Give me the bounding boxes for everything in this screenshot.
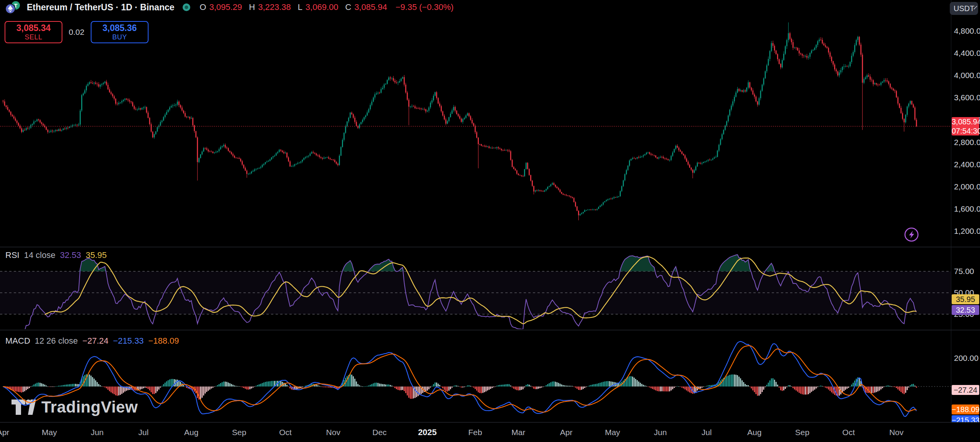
macd-params: 12 26 close [35,336,78,346]
currency-selector[interactable]: USDT [950,2,978,15]
price-axis-label: 3,200.00 [954,115,980,124]
separator-price-axis [951,0,951,442]
sell-button[interactable]: 3,085.34 SELL [5,21,62,43]
price-axis-label: 2,400.00 [954,160,980,169]
current-price-chip: 3,085.94 07:54:30 [952,117,979,135]
high-label: H [249,2,255,12]
macd-pane [3,341,951,416]
tradingview-watermark: TradingView [11,396,138,418]
chart-canvas [0,0,980,442]
rsi-axis-label: 25.00 [954,310,974,319]
time-axis-label: Jun [654,422,667,442]
price-axis-label: 1,200.00 [954,227,980,236]
time-axis-label: Jul [138,422,149,442]
macd-signal-line [3,346,916,412]
watermark-text: TradingView [41,398,138,416]
macd-line [3,341,916,416]
time-axis-label: Oct [279,422,292,442]
open-value: 3,095.29 [209,2,242,12]
candlestick-series [0,22,951,220]
macd-axis-label: 200.00 [954,354,978,363]
time-axis-label: Nov [889,422,903,442]
separator-main-rsi[interactable] [0,247,980,247]
market-status-icon[interactable] [182,3,191,11]
instant-trading-button[interactable] [903,227,920,243]
open-label: O [200,2,206,12]
rsi-overbought-cloud [24,254,916,271]
ohlc-values: O 3,095.29 H 3,223.38 L 3,069.00 C 3,085… [200,2,454,12]
change-value: −9.35 (−0.30%) [395,2,454,12]
price-axis-label: 4,400.00 [954,49,980,58]
symbol-header: T Ethereum / TetherUS · 1D · Binance O 3… [4,1,454,14]
buy-button[interactable]: 3,085.36 BUY [91,21,149,43]
high-value: 3,223.38 [258,2,291,12]
sell-label: SELL [24,33,42,41]
macd-hist-chip: −27.24 [952,385,979,395]
currency-value: USDT [954,4,974,13]
tradingview-logo-icon [11,396,36,418]
low-label: L [298,2,302,12]
macd-pane-header[interactable]: MACD 12 26 close −27.24 −215.33 −188.09 [5,336,179,346]
current-price-value: 3,085.94 [952,117,979,126]
price-axis-label: 3,600.00 [954,93,980,102]
price-axis-label: 4,800.00 [954,26,980,36]
time-axis-label: 2025 [418,422,437,442]
rsi-ma-chip: 35.95 [952,294,979,304]
time-axis-label: Jul [701,422,712,442]
rsi-line [24,254,916,330]
rsi-title: RSI [5,250,20,260]
rsi-axis-label: 50.00 [954,288,974,297]
time-axis-label: May [605,422,620,442]
low-value: 3,069.00 [305,2,338,12]
time-axis[interactable]: AprMayJunJulAugSepOctNovDec2025FebMarApr… [0,422,980,442]
close-label: C [345,2,351,12]
lightning-icon [903,227,920,243]
time-axis-label: Dec [372,422,387,442]
time-axis-label: Mar [511,422,525,442]
close-value: 3,085.94 [354,2,387,12]
pair-logo-icon: T [4,1,21,14]
time-axis-label: Jun [91,422,104,442]
macd-line-value: −215.33 [113,336,144,346]
time-axis-label: Apr [560,422,573,442]
tradingview-app: { "header": { "title": "Ethereum / Tethe… [0,0,980,442]
rsi-pane [0,254,951,330]
rsi-value-chip: 32.53 [952,305,979,315]
rsi-ma-value: 35.95 [86,250,107,260]
spread-value: 0.02 [64,28,89,37]
time-axis-label: Sep [795,422,809,442]
time-axis-label: Apr [0,422,9,442]
macd-title: MACD [5,336,30,346]
time-axis-label: May [42,422,57,442]
price-axis-label: 4,000.00 [954,71,980,80]
symbol-title[interactable]: Ethereum / TetherUS · 1D · Binance [27,2,175,13]
time-axis-label: Aug [184,422,198,442]
price-axis-label: 2,000.00 [954,182,980,191]
rsi-params: 14 close [24,250,56,260]
separator-rsi-macd[interactable] [0,330,980,330]
bar-countdown: 07:54:30 [952,126,979,135]
buy-price: 3,085.36 [103,23,137,33]
sell-price: 3,085.34 [16,23,51,33]
rsi-axis-label: 75.00 [954,267,974,276]
macd-signal-value: −188.09 [148,336,179,346]
rsi-ma-line [45,257,916,324]
time-axis-label: Feb [468,422,482,442]
macd-hist-value: −27.24 [82,336,108,346]
buy-label: BUY [112,33,127,41]
macd-signal-chip: −188.09 [952,404,979,414]
rsi-value: 32.53 [60,250,81,260]
time-axis-label: Nov [326,422,340,442]
time-axis-label: Sep [232,422,246,442]
time-axis-label: Oct [842,422,855,442]
rsi-pane-header[interactable]: RSI 14 close 32.53 35.95 [5,250,107,260]
price-axis-label: 2,800.00 [954,138,980,147]
price-axis-label: 1,600.00 [954,204,980,214]
time-axis-label: Aug [747,422,761,442]
